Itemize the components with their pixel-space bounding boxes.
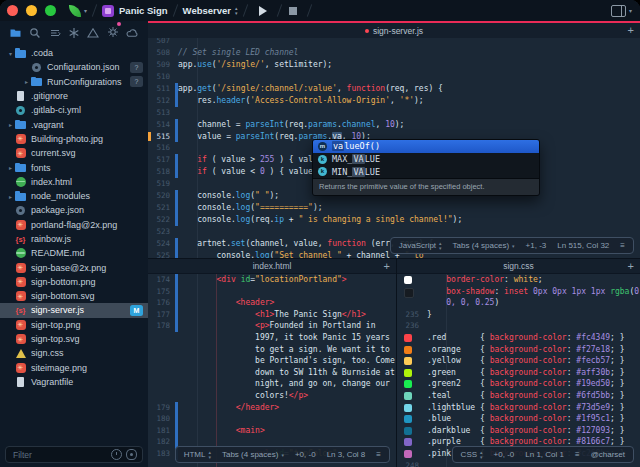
code-line[interactable]: .lightblue { background-color: #73d5e9; … bbox=[397, 402, 640, 414]
autocomplete-item[interactable]: kMIN_VALUE bbox=[313, 166, 539, 179]
tree-item[interactable]: sign-base@2x.png bbox=[0, 260, 148, 274]
autocomplete-item[interactable]: mvalueOf() bbox=[313, 140, 539, 153]
status-item[interactable]: +0, -0 bbox=[295, 450, 316, 459]
tree-item[interactable]: .gitlab-ci.yml bbox=[0, 103, 148, 117]
code-line[interactable]: .green { background-color: #aff30b; } bbox=[397, 367, 640, 379]
status-item[interactable]: @charset bbox=[591, 450, 625, 459]
close-button[interactable] bbox=[7, 5, 18, 16]
extensions-icon[interactable] bbox=[107, 26, 119, 38]
status-item[interactable]: ≡ bbox=[620, 241, 625, 250]
target-selector[interactable]: Webserver bbox=[183, 5, 231, 16]
status-item[interactable]: Tabs (4 spaces)▾ bbox=[222, 450, 284, 459]
panel-toggle-icon[interactable] bbox=[611, 5, 626, 17]
code-line[interactable]: 179 </header> bbox=[148, 402, 396, 414]
tree-item[interactable]: index.html bbox=[0, 175, 148, 189]
tree-item[interactable]: sign-top.svg bbox=[0, 332, 148, 346]
chevron-right-icon[interactable]: ▸ bbox=[6, 193, 15, 200]
code-line[interactable]: 513 bbox=[148, 107, 640, 119]
cloud-icon[interactable] bbox=[126, 27, 139, 39]
code-line[interactable]: 180 bbox=[148, 413, 396, 425]
tree-item[interactable]: Configuration.json? bbox=[0, 60, 148, 74]
editor-html[interactable]: 174 <div id="locationPortland">175176 <h… bbox=[148, 259, 396, 467]
zoom-button[interactable] bbox=[45, 5, 56, 16]
status-item[interactable]: ≡ bbox=[376, 450, 381, 459]
tree-item[interactable]: current.svg bbox=[0, 146, 148, 160]
code-line[interactable]: to get a sign. We want it to bbox=[148, 344, 396, 356]
code-line[interactable]: colors!</p> bbox=[148, 390, 396, 402]
code-line[interactable]: 521 console.log("=========="); bbox=[148, 202, 640, 214]
color-chip[interactable] bbox=[404, 276, 412, 284]
updown-chevron-icon[interactable]: ▴▾ bbox=[235, 6, 238, 15]
tree-item[interactable]: README.md bbox=[0, 246, 148, 260]
tab-sign-server[interactable]: sign-server.js bbox=[373, 26, 423, 36]
new-tab-button[interactable]: + bbox=[628, 24, 634, 37]
tree-item[interactable]: ▸RunConfigurations? bbox=[0, 75, 148, 89]
code-line[interactable]: .blue { background-color: #1f95c1; } bbox=[397, 413, 640, 425]
status-item[interactable]: CSS▴▾ bbox=[461, 450, 483, 459]
color-chip[interactable] bbox=[404, 288, 414, 298]
code-line[interactable]: 509app.use('/single/', setLimiter); bbox=[148, 59, 640, 71]
run-button[interactable] bbox=[259, 6, 267, 16]
code-line[interactable]: .darkblue { background-color: #127093; } bbox=[397, 425, 640, 437]
recent-files-icon[interactable] bbox=[111, 449, 122, 460]
tree-item[interactable]: ▸.vagrant bbox=[0, 117, 148, 131]
stop-button[interactable] bbox=[289, 7, 297, 15]
code-line[interactable]: .red { background-color: #fc4349; } bbox=[397, 332, 640, 344]
new-tab-button[interactable]: + bbox=[628, 259, 634, 273]
color-chip[interactable] bbox=[404, 357, 412, 365]
tree-item[interactable]: ▸node_modules bbox=[0, 189, 148, 203]
tree-item[interactable]: portland-flag@2x.png bbox=[0, 218, 148, 232]
code-line[interactable]: 512 res.header('Access-Control-Allow-Ori… bbox=[148, 95, 640, 107]
color-chip[interactable] bbox=[404, 380, 412, 388]
code-line[interactable]: 178 <p>Founded in Portland in bbox=[148, 320, 396, 332]
code-line[interactable]: down to SW 11th & Burnside at bbox=[148, 367, 396, 379]
code-line[interactable]: 507 bbox=[148, 38, 640, 47]
chevron-down-icon[interactable]: ▾ bbox=[6, 50, 15, 57]
status-item[interactable]: Ln 515, Col 32 bbox=[557, 241, 609, 250]
code-line[interactable]: 177 <h1>The Panic Sign</h1> bbox=[148, 309, 396, 321]
code-line[interactable]: 511app.get('/single/:channel/:value', fu… bbox=[148, 83, 640, 95]
code-line[interactable]: be Portland's sign, too. Come bbox=[148, 355, 396, 367]
code-line[interactable]: night, and go on, change our bbox=[148, 378, 396, 390]
status-item[interactable]: +1, -3 bbox=[526, 241, 547, 250]
search-icon[interactable] bbox=[29, 27, 41, 39]
code-line[interactable]: 235} bbox=[397, 309, 640, 321]
color-chip[interactable] bbox=[404, 392, 412, 400]
leaf-app-icon[interactable] bbox=[69, 5, 81, 17]
project-name[interactable]: Panic Sign bbox=[119, 5, 168, 16]
chevron-down-icon[interactable]: ▾ bbox=[84, 7, 87, 14]
tree-item[interactable]: Building-photo.jpg bbox=[0, 132, 148, 146]
code-line[interactable]: 0, 0, 0.25) bbox=[397, 297, 640, 309]
chevron-right-icon[interactable]: ▸ bbox=[6, 121, 15, 128]
color-chip[interactable] bbox=[404, 427, 412, 435]
code-line[interactable]: .teal { background-color: #6fd5bb; } bbox=[397, 390, 640, 402]
code-line[interactable]: .green2 { background-color: #19ed50; } bbox=[397, 378, 640, 390]
tree-item[interactable]: rainbow.js bbox=[0, 232, 148, 246]
color-chip[interactable] bbox=[404, 369, 412, 377]
tree-item[interactable]: sign-bottom.png bbox=[0, 275, 148, 289]
code-line[interactable]: 236 bbox=[397, 320, 640, 332]
code-line[interactable]: 514 channel = parseInt(req.params.channe… bbox=[148, 119, 640, 131]
clips-icon[interactable] bbox=[68, 27, 80, 39]
autocomplete-item[interactable]: kMAX_VALUE bbox=[313, 153, 539, 166]
code-line[interactable]: 510 bbox=[148, 71, 640, 83]
color-chip[interactable] bbox=[404, 404, 412, 412]
chevron-right-icon[interactable]: ▸ bbox=[6, 164, 15, 171]
code-line[interactable]: 1997, it took Panic 15 years bbox=[148, 332, 396, 344]
tree-item[interactable]: siteimage.png bbox=[0, 361, 148, 375]
minimize-button[interactable] bbox=[26, 5, 37, 16]
code-line[interactable]: .yellow { background-color: #fecb57; } bbox=[397, 355, 640, 367]
color-chip[interactable] bbox=[404, 438, 412, 446]
status-item[interactable]: ≡ bbox=[575, 450, 580, 459]
editor-css[interactable]: border-color: white; box-shadow: inset 0… bbox=[397, 259, 640, 467]
status-item[interactable]: JavaScript▴▾ bbox=[399, 241, 442, 250]
color-chip[interactable] bbox=[404, 346, 412, 354]
status-item[interactable]: +0, -0 bbox=[494, 450, 515, 459]
new-tab-button[interactable]: + bbox=[384, 259, 390, 273]
code-line[interactable]: box-shadow: inset 0px 0px 1px 1px rgba(0… bbox=[397, 286, 640, 298]
publish-icon[interactable] bbox=[49, 27, 61, 39]
color-chip[interactable] bbox=[404, 450, 412, 458]
code-line[interactable]: 522 console.log(req.ip + " is changing a… bbox=[148, 214, 640, 226]
chevron-down-icon[interactable]: ▾ bbox=[629, 7, 632, 14]
status-item[interactable]: Ln 1, Col 1 bbox=[525, 450, 564, 459]
